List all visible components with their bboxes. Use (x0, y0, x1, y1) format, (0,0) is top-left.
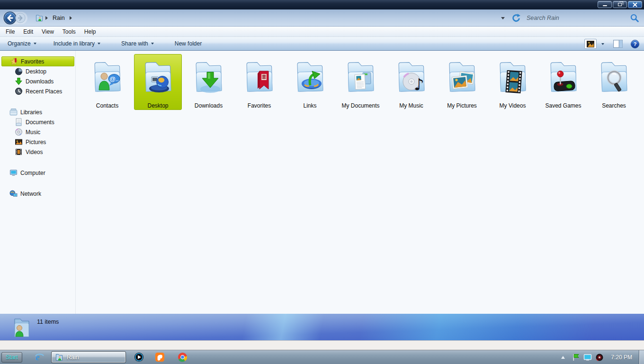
sidebar-item-recent-places[interactable]: Recent Places (0, 86, 75, 96)
address-dropdown-icon[interactable] (501, 17, 505, 19)
downloads-icon (15, 77, 23, 85)
new-folder-button[interactable]: New folder (171, 38, 206, 49)
back-arrow-icon (3, 11, 17, 25)
folder-item-desktop[interactable]: Desktop (134, 54, 182, 110)
svg-text:♪: ♪ (414, 75, 424, 94)
desktop-folder-icon (135, 56, 181, 101)
menu-file[interactable]: File (1, 27, 19, 36)
links-overlay-icon (300, 70, 323, 94)
taskbar-window-button-rain[interactable]: Rain (51, 351, 126, 363)
sidebar-item-computer[interactable]: Computer (0, 168, 75, 178)
favorites-folder-icon (237, 56, 282, 101)
menu-view[interactable]: View (37, 27, 58, 36)
share-with-button[interactable]: Share with (117, 38, 158, 49)
breadcrumb-arrow-icon[interactable] (45, 16, 48, 20)
caption-buttons (598, 1, 642, 8)
internet-explorer-icon[interactable]: e (35, 352, 45, 362)
breadcrumb-segment-rain[interactable]: Rain (50, 14, 68, 22)
minimize-button[interactable] (598, 1, 612, 8)
music-icon (15, 128, 23, 136)
refresh-icon (511, 13, 521, 23)
items-count: 11 items (37, 318, 59, 325)
sidebar-item-network[interactable]: Network (0, 189, 75, 199)
sidebar-label: Favorites (21, 58, 44, 65)
organize-button[interactable]: Organize (4, 38, 40, 49)
folder-item-my-videos[interactable]: My Videos (489, 54, 537, 110)
folder-item-downloads[interactable]: Downloads (185, 54, 233, 110)
include-in-library-button[interactable]: Include in library (50, 38, 104, 49)
sidebar-item-favorites[interactable]: Favorites (1, 56, 74, 66)
minimize-icon (603, 5, 607, 6)
menu-help[interactable]: Help (80, 27, 100, 36)
searches-overlay-icon (604, 70, 627, 94)
favorites-overlay-icon (253, 70, 277, 94)
close-button[interactable] (628, 1, 642, 8)
folder-item-saved-games[interactable]: Saved Games (539, 54, 587, 110)
window-button-label: Rain (67, 354, 79, 361)
tray-expand-icon[interactable] (561, 356, 565, 359)
desktop-icon (15, 67, 23, 75)
contacts-overlay-icon: @.. (97, 70, 121, 94)
sidebar-item-downloads[interactable]: Downloads (0, 76, 75, 86)
search-input[interactable] (527, 15, 628, 21)
pictures-icon (15, 138, 23, 146)
folder-item-my-documents[interactable]: My Documents (337, 54, 385, 110)
sidebar-label: Music (26, 129, 40, 136)
folder-item-contacts[interactable]: @.. Contacts (83, 54, 131, 110)
recent-places-icon (15, 87, 23, 95)
folder-label: My Pictures (446, 102, 478, 109)
chrome-icon[interactable] (178, 352, 188, 362)
music-overlay-icon: ♪ (401, 70, 425, 94)
maximize-icon (618, 3, 622, 6)
show-desktop-button[interactable] (639, 350, 644, 364)
documents-folder-icon (338, 56, 384, 101)
back-button[interactable] (3, 11, 17, 25)
forward-button[interactable] (15, 13, 26, 23)
display-icon[interactable] (583, 353, 592, 362)
help-button[interactable] (631, 40, 639, 48)
refresh-button[interactable] (511, 13, 521, 23)
preview-pane-icon (613, 40, 623, 48)
sidebar-label: Recent Places (26, 88, 62, 95)
volume-icon[interactable] (595, 353, 604, 362)
sidebar-item-documents[interactable]: Documents (0, 117, 75, 127)
folder-grid: @.. Contacts (83, 54, 644, 110)
maximize-button[interactable] (613, 1, 627, 8)
views-button[interactable] (584, 39, 597, 49)
folder-item-my-music[interactable]: ♪ My Music (387, 54, 435, 110)
sidebar-item-libraries[interactable]: Libraries (0, 107, 75, 117)
new-folder-label: New folder (175, 40, 202, 47)
menu-tools[interactable]: Tools (58, 27, 80, 36)
sidebar-label: Computer (20, 170, 45, 176)
sidebar-label: Documents (26, 119, 54, 126)
preview-pane-button[interactable] (613, 40, 623, 48)
folder-item-searches[interactable]: Searches (590, 54, 638, 110)
uc-browser-icon[interactable] (155, 352, 165, 362)
sidebar-item-music[interactable]: Music (0, 127, 75, 137)
taskbar-clock[interactable]: 7:20 PM (611, 354, 632, 361)
start-label: Start (6, 354, 18, 361)
forward-arrow-icon (15, 13, 26, 23)
sidebar-label: Network (20, 191, 41, 197)
close-icon (633, 2, 637, 7)
sidebar-label: Videos (26, 149, 43, 155)
media-player-icon[interactable] (134, 352, 144, 362)
documents-icon (15, 118, 23, 126)
start-button[interactable]: Start (1, 352, 22, 363)
saved-games-folder-icon (541, 56, 586, 101)
chevron-down-icon (34, 43, 36, 45)
folder-item-links[interactable]: Links (286, 54, 334, 110)
menu-edit[interactable]: Edit (19, 27, 37, 36)
sidebar-item-videos[interactable]: Videos (0, 147, 75, 157)
folder-item-my-pictures[interactable]: My Pictures (438, 54, 486, 110)
magnifier-icon[interactable] (630, 13, 639, 23)
organize-label: Organize (8, 40, 31, 47)
views-thumbnail-icon (587, 41, 594, 47)
sidebar-item-pictures[interactable]: Pictures (0, 137, 75, 147)
breadcrumb-arrow-icon[interactable] (70, 16, 72, 20)
views-dropdown-icon[interactable] (601, 43, 604, 45)
sidebar-item-desktop[interactable]: Desktop (0, 66, 75, 76)
system-tray: 7:20 PM (561, 350, 644, 364)
action-center-flag-icon[interactable] (572, 353, 580, 362)
folder-item-favorites[interactable]: Favorites (235, 54, 283, 110)
